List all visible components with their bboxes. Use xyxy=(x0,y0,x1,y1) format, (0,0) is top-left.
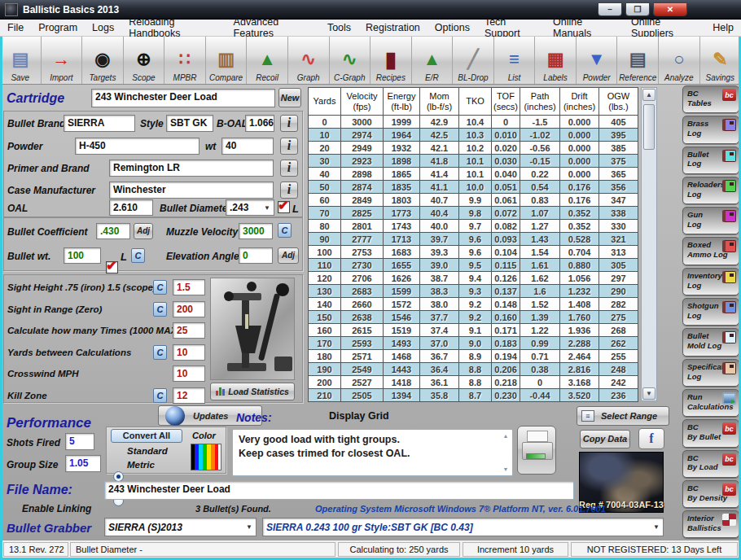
sight-row-c-button[interactable]: C xyxy=(153,280,167,295)
sight-row-input[interactable]: 12 xyxy=(173,387,205,404)
table-row[interactable]: 5028741835 41.110.00.051 0.540.176356 xyxy=(309,181,638,194)
table-row[interactable]: 20025271418 36.18.80.218 03.168242 xyxy=(309,376,638,389)
table-row[interactable]: 13026831599 38.39.30.137 1.61.232290 xyxy=(309,285,638,298)
primer-input[interactable]: Remington LR xyxy=(109,160,274,177)
bullet-wt-c-button[interactable]: C xyxy=(131,248,145,263)
sight-row-input[interactable]: 10 xyxy=(173,365,205,382)
menu-item[interactable]: Options xyxy=(428,20,477,35)
sidebar-button[interactable]: BC By Bullet xyxy=(682,419,739,447)
table-column-header[interactable]: Mom (lb-f/s) xyxy=(420,88,459,116)
table-row[interactable]: 18025711468 36.78.90.194 0.712.464255 xyxy=(309,350,638,363)
table-column-header[interactable]: Path (inches) xyxy=(520,88,560,116)
table-row[interactable]: 14026601572 38.09.20.148 1.521.408282 xyxy=(309,298,638,311)
diameter-link-checkbox[interactable] xyxy=(278,201,290,213)
table-row[interactable]: 11027301655 39.09.50.115 1.610.880305 xyxy=(309,259,638,272)
menu-item[interactable]: Program xyxy=(31,20,85,35)
case-info-button[interactable]: i xyxy=(280,182,298,199)
table-column-header[interactable]: Velocity (fps) xyxy=(341,88,384,116)
bc-adj-button[interactable]: Adj xyxy=(134,223,153,239)
primer-info-button[interactable]: i xyxy=(280,160,298,177)
toolbar-button[interactable]: Graph xyxy=(288,37,330,84)
scrollbar-thumb[interactable] xyxy=(643,104,655,150)
table-column-header[interactable]: Yards xyxy=(309,88,341,116)
facebook-button[interactable]: f xyxy=(638,428,664,449)
toolbar-button[interactable]: Import xyxy=(42,37,83,84)
print-button[interactable] xyxy=(517,426,556,475)
elevation-adj-button[interactable]: Adj xyxy=(278,247,299,264)
toolbar-button[interactable]: Scope xyxy=(124,37,165,84)
muzzle-velocity-input[interactable]: 3000 xyxy=(239,223,273,239)
scroll-down-icon[interactable]: ▼ xyxy=(501,466,511,473)
table-row[interactable]: 19025491443 36.48.80.206 0.382.816248 xyxy=(309,363,638,376)
powder-info-button[interactable]: i xyxy=(280,138,298,155)
table-column-header[interactable]: OGW (lbs.) xyxy=(599,88,638,116)
group-size-input[interactable]: 1.05 xyxy=(65,455,101,472)
bullet-wt-input[interactable]: 100 xyxy=(64,247,101,264)
case-input[interactable]: Winchester xyxy=(109,182,274,199)
notes-scrollbar[interactable]: ▲ ▼ xyxy=(501,432,511,473)
boal-input[interactable]: 1.066 xyxy=(245,115,274,132)
toolbar-button[interactable]: List xyxy=(494,37,536,84)
toolbar-button[interactable]: Powder xyxy=(577,37,618,84)
powder-input[interactable]: H-450 xyxy=(75,138,200,155)
table-row[interactable]: 1029741964 42.510.30.010 -1.020.000395 xyxy=(309,129,638,142)
elevation-angle-input[interactable]: 0 xyxy=(239,247,273,264)
toolbar-button[interactable]: MPBR xyxy=(164,37,206,84)
shots-fired-input[interactable]: 5 xyxy=(65,433,94,450)
table-column-header[interactable]: Drift (inches) xyxy=(560,88,599,116)
sidebar-button[interactable]: Run Calculations xyxy=(682,389,739,417)
table-row[interactable]: 3029231898 41.810.10.030 -0.150.000375 xyxy=(309,155,638,168)
table-row[interactable]: 10027531683 39.39.60.104 1.540.704313 xyxy=(309,246,638,259)
sight-row-input[interactable]: 200 xyxy=(173,301,205,317)
table-row[interactable]: 8028011743 40.09.70.082 1.270.352330 xyxy=(309,220,638,233)
table-row[interactable]: 9027771713 39.79.60.093 1.430.528321 xyxy=(309,233,638,246)
table-row[interactable]: 17025931493 37.09.00.183 0.992.288262 xyxy=(309,337,638,350)
scroll-up-icon[interactable]: ▲ xyxy=(501,432,511,440)
sight-row-input[interactable]: 10 xyxy=(173,344,205,361)
sidebar-button[interactable]: Boxed Ammo Log xyxy=(682,237,739,265)
table-row[interactable]: 15026381546 37.79.20.160 1.391.760275 xyxy=(309,311,638,324)
table-scrollbar[interactable]: ▲ ▼ xyxy=(641,87,657,401)
toolbar-button[interactable]: Save xyxy=(0,37,42,84)
menu-item[interactable]: Help xyxy=(705,20,741,35)
toolbar-button[interactable]: E/R xyxy=(412,37,454,84)
sidebar-button[interactable]: Shotgun Log xyxy=(682,298,739,326)
table-column-header[interactable]: Energy (ft-lb) xyxy=(384,88,420,116)
mv-c-button[interactable]: C xyxy=(278,223,292,238)
bullet-coefficient-input[interactable]: .430 xyxy=(96,223,130,239)
sidebar-button[interactable]: BC By Density xyxy=(682,480,739,508)
file-name-input[interactable]: 243 Winchester Deer Load xyxy=(104,481,574,500)
sidebar-button[interactable]: Inventory Log xyxy=(682,268,739,295)
cartridge-name-input[interactable]: 243 Winchester Deer Load xyxy=(91,89,275,107)
scroll-up-icon[interactable]: ▲ xyxy=(642,89,656,101)
bullet-info-button[interactable]: i xyxy=(280,115,298,132)
toolbar-button[interactable]: Compare xyxy=(206,37,248,84)
sidebar-button[interactable]: BC By Load xyxy=(682,450,739,478)
color-spectrum-swatch[interactable] xyxy=(191,444,221,470)
new-cartridge-button[interactable]: New xyxy=(278,88,301,107)
notes-textarea[interactable]: Very good load with tight groups. Keep c… xyxy=(232,429,513,476)
bullet-dropdown[interactable]: SIERRA 0.243 100 gr Style:SBT GK [BC 0.4… xyxy=(262,518,664,536)
table-row[interactable]: 6028491803 40.79.90.061 0.830.176347 xyxy=(309,194,638,207)
toolbar-button[interactable]: Labels xyxy=(535,37,577,84)
toolbar-button[interactable]: Recoil xyxy=(247,37,288,84)
sidebar-button[interactable]: Brass Log xyxy=(682,116,739,143)
sidebar-button[interactable]: Bullet Log xyxy=(682,147,739,174)
table-column-header[interactable]: TOF (secs) xyxy=(492,88,520,116)
sight-row-input[interactable]: 25 xyxy=(173,322,205,339)
sight-row-c-button[interactable]: C xyxy=(153,345,167,360)
toolbar-button[interactable]: C-Graph xyxy=(330,37,371,84)
convert-all-button[interactable]: Convert All xyxy=(111,429,182,443)
toolbar-button[interactable]: Targets xyxy=(82,37,124,84)
sidebar-button[interactable]: Bullet Mold Log xyxy=(682,328,739,356)
load-statistics-button[interactable]: Load Statistics xyxy=(210,383,295,400)
bullet-brand-input[interactable]: SIERRA xyxy=(64,115,135,132)
oal-input[interactable]: 2.610 xyxy=(109,199,153,216)
toolbar-button[interactable]: Recipes xyxy=(370,37,412,84)
sidebar-button[interactable]: Gun Log xyxy=(682,207,739,234)
table-row[interactable]: 2029491932 42.110.20.020 -0.560.000385 xyxy=(309,142,638,155)
table-row[interactable]: 16026151519 37.49.10.171 1.221.936268 xyxy=(309,324,638,337)
powder-wt-input[interactable]: 40 xyxy=(221,138,274,155)
select-range-button[interactable]: ≡ Select Range xyxy=(577,406,669,426)
bullet-wt-link-checkbox[interactable] xyxy=(106,261,118,273)
